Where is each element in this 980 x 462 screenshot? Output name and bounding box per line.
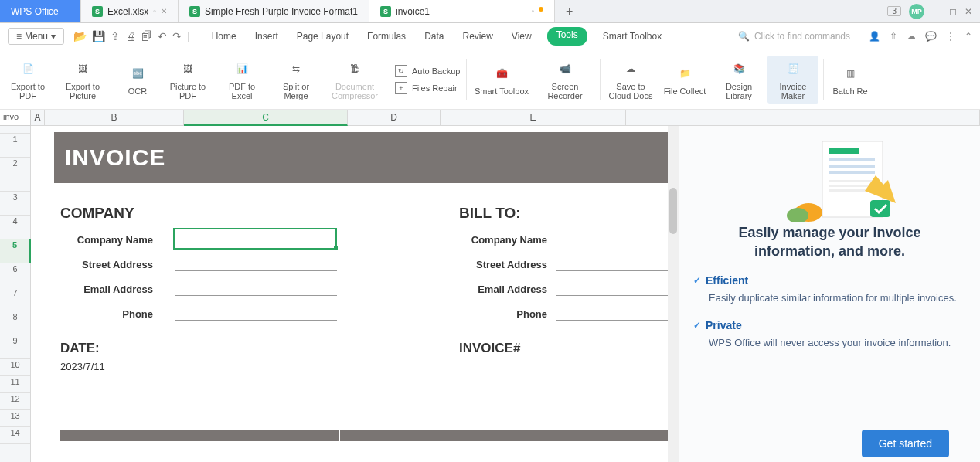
row-14[interactable]: 14 <box>0 427 30 444</box>
row-5[interactable]: 5 <box>0 239 31 263</box>
invoice-maker-button[interactable]: 🧾Invoice Maker <box>767 56 818 104</box>
row-11[interactable]: 11 <box>0 376 30 393</box>
tab-tools[interactable]: Tools <box>547 27 587 46</box>
col-A[interactable]: A <box>31 110 45 125</box>
app-tab[interactable]: WPS Office <box>0 0 81 22</box>
billto-heading: BILL TO: <box>459 205 521 222</box>
tab-data[interactable]: Data <box>421 27 447 46</box>
date-heading: DATE: <box>60 341 100 356</box>
date-value[interactable]: 2023/7/11 <box>60 361 105 372</box>
menu-button[interactable]: ≡ Menu ▾ <box>8 28 64 45</box>
document-tab-3[interactable]: S invoice1 ▫ <box>369 0 555 22</box>
document-compressor-button: 🗜Document Compressor <box>325 56 385 104</box>
tab-smart-toolbox[interactable]: Smart Toolbox <box>600 27 665 46</box>
tab-menu-icon[interactable]: ▫ <box>531 7 534 15</box>
export-pdf-button[interactable]: 📄Export to PDF <box>6 56 49 104</box>
row-8[interactable]: 8 <box>0 311 30 335</box>
divider <box>60 399 671 413</box>
avatar[interactable]: MP <box>909 4 924 19</box>
ocr-button[interactable]: 🔤OCR <box>116 60 159 99</box>
recorder-icon: 📹 <box>555 59 575 79</box>
input-line[interactable] <box>175 257 337 271</box>
batch-button[interactable]: ▥Batch Re <box>829 60 872 99</box>
input-line[interactable] <box>175 307 337 321</box>
input-line[interactable] <box>556 257 672 271</box>
chevron-down-icon: ▾ <box>51 31 56 42</box>
tab-page-layout[interactable]: Page Layout <box>294 27 352 46</box>
invoice-title: INVOICE <box>54 132 672 183</box>
row-4[interactable]: 4 <box>0 216 30 239</box>
split-merge-button[interactable]: ⇆Split or Merge <box>271 56 322 104</box>
picture-icon: 🖼 <box>73 59 93 79</box>
row-10[interactable]: 10 <box>0 359 30 376</box>
screen-recorder-button[interactable]: 📹Screen Recorder <box>535 56 595 104</box>
pdf2excel-icon: 📊 <box>232 59 252 79</box>
file-collect-button[interactable]: 📁File Collect <box>659 60 710 99</box>
tab-formulas[interactable]: Formulas <box>364 27 409 46</box>
command-search[interactable]: 🔍 Click to find commands <box>738 31 850 42</box>
row-headers: 1 2 3 4 5 6 7 8 9 10 11 12 13 14 <box>0 126 31 462</box>
export-picture-button[interactable]: 🖼Export to Picture <box>53 56 113 104</box>
row-7[interactable]: 7 <box>0 287 30 311</box>
row-12[interactable]: 12 <box>0 393 30 410</box>
more-icon[interactable]: ⋮ <box>946 31 955 42</box>
col-E[interactable]: E <box>441 110 626 125</box>
input-line[interactable] <box>556 233 672 246</box>
close-icon[interactable]: ✕ <box>965 6 972 17</box>
label-billto-company-name: Company Name <box>454 234 547 246</box>
unsaved-dot-icon <box>539 7 543 12</box>
share-icon[interactable]: ⇧ <box>890 31 897 42</box>
export-icon[interactable]: ⇪ <box>111 30 120 42</box>
picture-to-pdf-button[interactable]: 🖼Picture to PDF <box>162 56 213 104</box>
tab-view[interactable]: View <box>509 27 535 46</box>
feedback-icon[interactable]: 💬 <box>925 31 937 42</box>
design-library-button[interactable]: 📚Design Library <box>713 56 764 104</box>
save-cloud-button[interactable]: ☁Save to Cloud Docs <box>605 56 656 104</box>
row-1[interactable]: 1 <box>0 134 30 158</box>
vertical-scrollbar[interactable] <box>668 126 679 462</box>
tab-close-icon[interactable]: ✕ <box>161 7 167 15</box>
separator <box>390 59 390 100</box>
redo-icon[interactable]: ↷ <box>172 30 182 42</box>
window-count[interactable]: 3 <box>887 6 901 16</box>
open-icon[interactable]: 📂 <box>73 30 87 42</box>
document-tab-2[interactable]: S Simple Fresh Purple Invoice Format1 <box>179 0 369 22</box>
row-9[interactable]: 9 <box>0 335 30 359</box>
selected-cell[interactable] <box>173 228 337 250</box>
print-preview-icon[interactable]: 🗐 <box>141 30 152 42</box>
ocr-icon: 🔤 <box>128 63 148 83</box>
tab-label: invoice1 <box>396 6 430 17</box>
pdf-to-excel-button[interactable]: 📊PDF to Excel <box>216 56 267 104</box>
input-line[interactable] <box>175 282 337 296</box>
col-B[interactable]: B <box>45 110 184 125</box>
new-tab-button[interactable]: + <box>555 0 584 22</box>
auto-backup-button[interactable]: ↻Auto Backup <box>395 65 461 77</box>
document-tab-1[interactable]: S Excel.xlsx ▫✕ <box>81 0 179 22</box>
tab-insert[interactable]: Insert <box>252 27 281 46</box>
col-D[interactable]: D <box>348 110 441 125</box>
row-2[interactable]: 2 <box>0 158 30 192</box>
sheet-icon: S <box>92 6 103 17</box>
col-C[interactable]: C <box>184 110 348 126</box>
save-icon[interactable]: 💾 <box>92 30 105 42</box>
tab-home[interactable]: Home <box>209 27 240 46</box>
print-icon[interactable]: 🖨 <box>125 30 136 42</box>
files-repair-button[interactable]: +Files Repair <box>395 82 461 94</box>
tab-review[interactable]: Review <box>459 27 495 46</box>
tab-menu-icon[interactable]: ▫ <box>153 7 156 15</box>
save-cloud-icon[interactable]: ☁ <box>907 31 916 42</box>
spreadsheet-area[interactable]: INVOICE COMPANY BILL TO: Company Name St… <box>31 126 679 462</box>
row-13[interactable]: 13 <box>0 410 30 427</box>
row-6[interactable]: 6 <box>0 263 30 287</box>
get-started-button[interactable]: Get started <box>862 430 949 457</box>
user-add-icon[interactable]: 👤 <box>869 31 880 42</box>
input-line[interactable] <box>556 282 672 296</box>
maximize-icon[interactable]: ◻ <box>949 6 957 17</box>
collapse-ribbon-icon[interactable]: ⌃ <box>965 31 972 42</box>
minimize-icon[interactable]: — <box>932 6 941 17</box>
smart-toolbox-button[interactable]: 🧰Smart Toolbox <box>471 60 532 99</box>
name-box[interactable]: invo <box>0 110 31 126</box>
input-line[interactable] <box>556 307 672 321</box>
undo-icon[interactable]: ↶ <box>158 30 167 42</box>
row-3[interactable]: 3 <box>0 192 30 216</box>
